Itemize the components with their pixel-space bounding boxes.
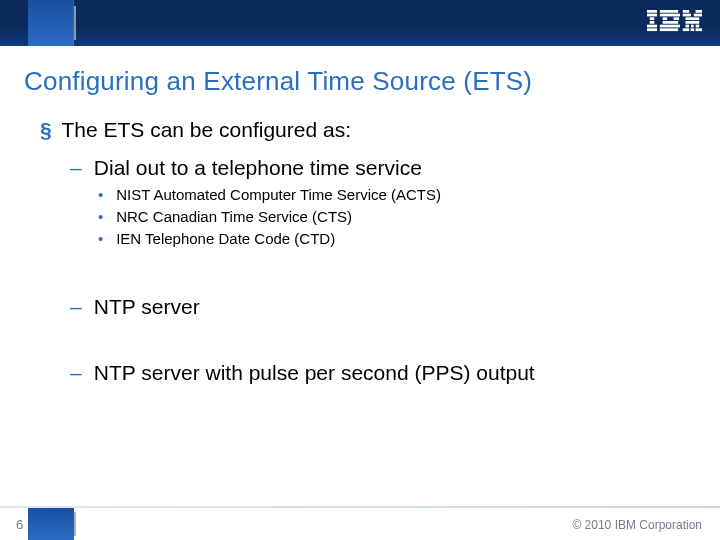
ibm-logo-icon — [647, 10, 702, 32]
bullet-level-2: – NTP server — [70, 295, 680, 319]
lvl2-text: NTP server — [94, 295, 200, 318]
svg-rect-20 — [686, 25, 690, 28]
svg-rect-13 — [683, 10, 689, 13]
svg-rect-4 — [647, 25, 657, 28]
svg-rect-6 — [660, 10, 678, 13]
copyright: © 2010 IBM Corporation — [572, 518, 702, 532]
svg-rect-23 — [683, 28, 689, 31]
slide: Configuring an External Time Source (ETS… — [0, 0, 720, 540]
svg-rect-24 — [696, 28, 702, 31]
svg-rect-18 — [692, 17, 699, 20]
footer-accent-square — [28, 508, 74, 540]
svg-rect-2 — [650, 17, 655, 20]
spacer — [40, 323, 680, 351]
lvl3-text: NIST Automated Computer Time Service (AC… — [116, 186, 441, 203]
slide-body: § The ETS can be configured as: – Dial o… — [40, 118, 680, 389]
svg-rect-1 — [647, 14, 657, 17]
svg-rect-5 — [647, 28, 657, 31]
page-number: 6 — [16, 517, 23, 532]
bullet-level-3: • NIST Automated Computer Time Service (… — [98, 184, 680, 206]
svg-rect-25 — [691, 28, 695, 31]
dash-bullet-icon: – — [70, 156, 88, 180]
svg-rect-21 — [691, 25, 694, 28]
svg-rect-14 — [696, 10, 702, 13]
bullet-level-2: – Dial out to a telephone time service — [70, 156, 680, 180]
header-accent-square — [28, 0, 74, 46]
svg-rect-17 — [686, 17, 693, 20]
svg-rect-9 — [674, 17, 680, 20]
lvl2-text: NTP server with pulse per second (PPS) o… — [94, 361, 535, 384]
lvl3-text: NRC Canadian Time Service (CTS) — [116, 208, 352, 225]
bullet-level-3: • IEN Telephone Date Code (CTD) — [98, 228, 680, 250]
header-divider — [74, 6, 76, 40]
svg-rect-11 — [660, 25, 680, 28]
svg-rect-7 — [660, 14, 680, 17]
bullet-level-2: – NTP server with pulse per second (PPS)… — [70, 361, 680, 385]
svg-rect-15 — [683, 14, 691, 17]
svg-rect-22 — [696, 25, 700, 28]
svg-rect-8 — [663, 17, 668, 20]
lvl2-text: Dial out to a telephone time service — [94, 156, 422, 179]
bullet-level-3-group: • NIST Automated Computer Time Service (… — [98, 184, 680, 249]
dash-bullet-icon: – — [70, 295, 88, 319]
svg-rect-16 — [694, 14, 702, 17]
svg-rect-19 — [686, 21, 700, 24]
svg-rect-12 — [660, 28, 678, 31]
footer-rule — [0, 506, 720, 508]
dash-bullet-icon: – — [70, 361, 88, 385]
dot-bullet-icon: • — [98, 184, 112, 206]
svg-rect-0 — [647, 10, 657, 13]
footer-divider — [74, 512, 76, 536]
bullet-level-3: • NRC Canadian Time Service (CTS) — [98, 206, 680, 228]
header-bar — [0, 0, 720, 46]
square-bullet-icon: § — [40, 118, 56, 142]
svg-rect-10 — [663, 21, 679, 24]
lvl3-text: IEN Telephone Date Code (CTD) — [116, 230, 335, 247]
svg-rect-3 — [650, 21, 655, 24]
bullet-level-1: § The ETS can be configured as: — [40, 118, 680, 142]
dot-bullet-icon: • — [98, 206, 112, 228]
slide-title: Configuring an External Time Source (ETS… — [24, 66, 532, 97]
lvl1-text: The ETS can be configured as: — [61, 118, 351, 141]
dot-bullet-icon: • — [98, 228, 112, 250]
spacer — [40, 257, 680, 285]
